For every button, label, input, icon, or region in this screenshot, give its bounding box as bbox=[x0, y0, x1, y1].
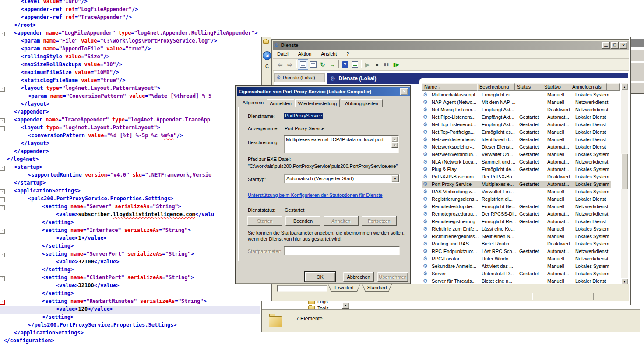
maximize-button[interactable]: ❐ bbox=[611, 42, 619, 49]
refresh-button[interactable]: ↻ bbox=[318, 60, 327, 69]
starttyp-combobox[interactable]: Automatisch (Verzögerter Start) ▼ bbox=[284, 174, 400, 183]
fold-toggle-icon[interactable]: - bbox=[0, 118, 5, 123]
ok-button[interactable]: OK bbox=[305, 272, 335, 282]
anhalten-button[interactable]: Anhalten bbox=[324, 216, 359, 226]
fold-toggle-icon[interactable]: - bbox=[0, 229, 5, 234]
code-line[interactable]: <setting name="Server" serializeAs="Stri… bbox=[42, 203, 181, 211]
uebernehmen-button[interactable]: Übernehmen bbox=[377, 272, 408, 282]
folder-tree-item[interactable]: Logs bbox=[308, 301, 328, 305]
fold-toggle-icon[interactable]: - bbox=[0, 32, 5, 36]
pause-service-button[interactable]: ▮▮ bbox=[382, 60, 391, 69]
code-line[interactable]: <layout type="log4net.Layout.PatternLayo… bbox=[21, 85, 160, 93]
dialog-close-button[interactable]: ✕ bbox=[400, 88, 408, 95]
code-line[interactable]: <value>32100</value> bbox=[56, 282, 120, 290]
starten-button[interactable]: Starten bbox=[247, 216, 282, 226]
view-filter-box[interactable] bbox=[277, 285, 327, 292]
code-line[interactable]: <puls200.PortProxyService.Properties.Set… bbox=[28, 196, 173, 203]
service-row[interactable]: ⚙Netzwerkspeicher-...Dieser Dienst...Ges… bbox=[422, 143, 611, 151]
service-row[interactable]: ⚙Net.Tcp-Listenerad...Empfängt Akt...Ges… bbox=[422, 121, 611, 128]
service-row[interactable]: ⚙Net.Tcp-Portfreiga...Ermöglicht es...Ge… bbox=[422, 128, 611, 136]
code-line[interactable]: </setting> bbox=[42, 267, 74, 274]
scrollbar-thumb[interactable] bbox=[621, 153, 628, 189]
code-line[interactable]: </setting> bbox=[42, 290, 74, 298]
service-row[interactable]: ⚙Net.Msmq-Listener...Empfängt Akt...Deak… bbox=[422, 106, 611, 114]
code-line[interactable]: </appender> bbox=[14, 109, 49, 117]
minimize-button[interactable]: — bbox=[602, 42, 610, 49]
code-line[interactable]: </log4net> bbox=[7, 156, 39, 164]
code-line[interactable]: </puls200.PortProxyService.Properties.Se… bbox=[28, 322, 177, 330]
column-header-beschreibung[interactable]: Beschreibung bbox=[477, 83, 515, 91]
startparameter-input[interactable] bbox=[284, 246, 400, 255]
menu-hilfe[interactable]: ? bbox=[346, 51, 349, 57]
start-service-button[interactable]: ▶ bbox=[362, 60, 372, 69]
scroll-down-button[interactable]: ▼ bbox=[391, 142, 398, 148]
service-row[interactable]: ⚙Multimediaklassenpl...Ermöglicht ei...M… bbox=[422, 91, 611, 99]
services-titlebar[interactable]: ⚙ Dienste — ❐ ✕ bbox=[273, 41, 629, 50]
service-row[interactable]: ⚙NAP-Agent (Netwo...Mit dem NAP-...Manue… bbox=[422, 99, 611, 106]
column-header-status[interactable]: Status bbox=[515, 83, 542, 91]
scroll-up-button[interactable]: ▲ bbox=[621, 83, 628, 90]
service-row[interactable]: ⚙Sekundäre Anmeld...Aktiviert das ...Man… bbox=[422, 263, 611, 270]
code-line[interactable]: <startup> bbox=[14, 164, 42, 172]
code-line[interactable]: <rollingStyle value="Size"/> bbox=[21, 53, 109, 61]
code-line[interactable]: <setting name="ServerPort" serializeAs="… bbox=[42, 251, 194, 259]
service-row[interactable]: ⚙Plug & PlayErmöglicht de...GestartetAut… bbox=[422, 166, 611, 173]
beschreibung-textbox[interactable]: Multiplexes external TCP/IP data on loca… bbox=[284, 135, 399, 153]
code-line[interactable]: </setting> bbox=[42, 219, 74, 227]
dialog-titlebar[interactable]: Eigenschaften von Port Proxy Service (Lo… bbox=[237, 87, 410, 96]
code-line[interactable]: <appender-ref ref="TraceAppender"/> bbox=[21, 14, 132, 22]
properties-button[interactable] bbox=[308, 60, 318, 69]
code-line[interactable]: <value>120</value> bbox=[56, 306, 113, 314]
code-line[interactable]: <value>32100</value> bbox=[56, 259, 120, 267]
code-line[interactable]: <maximumFileSize value="10MB"/> bbox=[21, 69, 119, 77]
code-line[interactable]: <param name="AppendToFile" value="true"/… bbox=[21, 46, 151, 53]
tab-erweitert[interactable]: Erweitert bbox=[328, 284, 360, 292]
service-row[interactable]: ⚙Richtlinie zum Entfe...Lässt eine Ko...… bbox=[422, 225, 611, 233]
code-line[interactable]: <maxSizeRollBackups value="10"/> bbox=[21, 61, 122, 69]
service-row[interactable]: ⚙RAS-Verbindungsv...Verwaltet Ein...Manu… bbox=[422, 188, 611, 196]
service-row[interactable]: ⚙Remoteprozedurau...Der RPCSS-Di...Gesta… bbox=[422, 210, 611, 218]
explorer-back-button[interactable]: ◀ bbox=[263, 51, 271, 60]
fold-toggle-icon[interactable]: - bbox=[0, 126, 5, 131]
xml-editor[interactable]: <level value="INFO"/><appender-ref ref="… bbox=[0, 0, 260, 345]
code-line[interactable]: </applicationSettings> bbox=[14, 330, 84, 338]
code-line[interactable]: <setting name="Interface" serializeAs="S… bbox=[42, 227, 191, 235]
dialog-tab-abhaengigkeiten[interactable]: Abhängigkeiten bbox=[341, 99, 383, 107]
close-button[interactable]: ✕ bbox=[619, 42, 627, 49]
show-console-tree-button[interactable] bbox=[298, 59, 308, 70]
dialog-tab-wiederherstellung[interactable]: Wiederherstellung bbox=[295, 99, 340, 107]
code-line[interactable]: <layout type="log4net.Layout.PatternLayo… bbox=[21, 124, 160, 132]
code-line[interactable]: </layout> bbox=[21, 140, 49, 148]
column-header-name[interactable]: Name ▲ bbox=[422, 83, 477, 91]
code-line[interactable]: <staticLogFileName value="true"/> bbox=[21, 77, 125, 85]
code-line[interactable]: <appender-ref ref="LogFileAppender"/> bbox=[21, 6, 138, 14]
menu-aktion[interactable]: Aktion bbox=[298, 51, 312, 57]
service-row[interactable]: ⚙Registrierungsdiens...Registriert di...… bbox=[422, 196, 611, 203]
service-row[interactable]: ⚙Remotedesktopdie...Ermöglicht Be...Gest… bbox=[422, 203, 611, 210]
code-line[interactable]: <setting name="ClientPort" serializeAs="… bbox=[42, 274, 194, 282]
menu-ansicht[interactable]: Ansicht bbox=[321, 51, 337, 57]
combo-dropdown-button[interactable]: ▼ bbox=[391, 175, 399, 182]
code-line[interactable]: <appender name="LogFileAppender" type="l… bbox=[14, 30, 257, 38]
code-line[interactable]: <setting name="RestartMinutes" serialize… bbox=[42, 298, 207, 306]
dienstname-value[interactable]: PortProxyService bbox=[284, 113, 323, 119]
beenden-button[interactable]: Beenden bbox=[285, 216, 320, 226]
code-line[interactable]: <param name="ConversionPattern" value="%… bbox=[28, 93, 211, 101]
code-line[interactable]: <applicationSettings> bbox=[14, 188, 81, 196]
abbrechen-button[interactable]: Abbrechen bbox=[343, 272, 374, 282]
menu-datei[interactable]: Datei bbox=[277, 51, 289, 57]
tree-item-dienste-lokal[interactable]: ⚙ Dienste (Lokal) bbox=[274, 73, 325, 82]
service-row[interactable]: ⚙Port Proxy ServiceMultiplexes e...Gesta… bbox=[422, 181, 611, 188]
scroll-up-button[interactable]: ▲ bbox=[391, 136, 398, 142]
fold-toggle-icon[interactable]: - bbox=[0, 253, 5, 257]
code-line[interactable]: <level value="INFO"/> bbox=[21, 0, 88, 6]
service-row[interactable]: ⚙Net.Pipe-Listenera...Empfängt Akt...Ges… bbox=[422, 114, 611, 121]
help-button[interactable]: ? bbox=[340, 60, 350, 69]
code-line[interactable]: </layout> bbox=[21, 101, 49, 109]
code-line[interactable]: </configuration> bbox=[4, 338, 54, 345]
code-line[interactable]: </setting> bbox=[42, 243, 74, 251]
fold-toggle-icon[interactable]: - bbox=[0, 205, 5, 210]
service-row[interactable]: ⚙PnP-X-IP-Busenum...Der PnP-X-Bu...Deakt… bbox=[422, 173, 611, 181]
code-line[interactable]: <value>1</value> bbox=[56, 235, 107, 243]
code-line[interactable]: </root> bbox=[14, 22, 36, 30]
